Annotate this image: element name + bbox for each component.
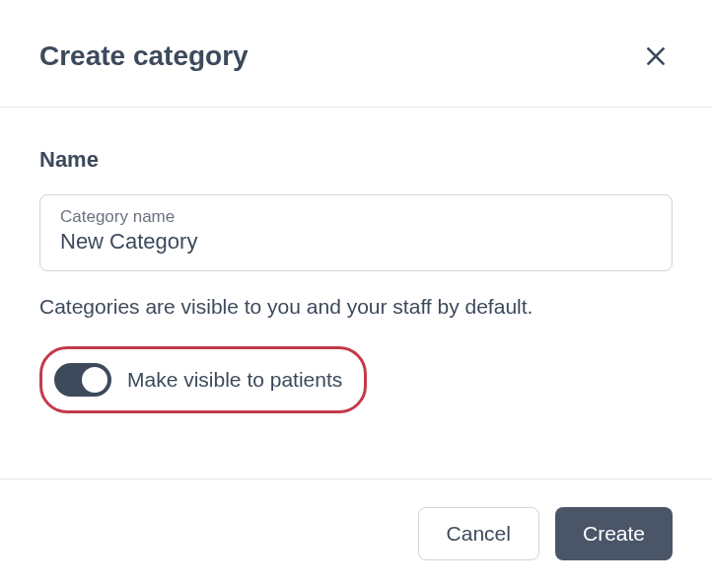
modal-footer: Cancel Create xyxy=(0,478,712,588)
visibility-helper-text: Categories are visible to you and your s… xyxy=(39,295,673,319)
visibility-toggle[interactable] xyxy=(54,363,111,397)
visibility-toggle-label: Make visible to patients xyxy=(127,368,342,392)
close-button[interactable] xyxy=(639,39,673,73)
cancel-button[interactable]: Cancel xyxy=(418,507,539,560)
visibility-toggle-row: Make visible to patients xyxy=(39,346,367,413)
modal-header: Create category xyxy=(0,0,712,108)
toggle-knob xyxy=(82,367,107,393)
category-name-input[interactable] xyxy=(60,229,652,255)
modal-title: Create category xyxy=(39,40,249,72)
name-floating-label: Category name xyxy=(60,207,652,227)
name-field-label: Name xyxy=(39,147,673,173)
modal-body: Name Category name Categories are visibl… xyxy=(0,108,712,453)
close-icon xyxy=(643,43,669,69)
create-button[interactable]: Create xyxy=(555,507,673,560)
name-input-wrapper[interactable]: Category name xyxy=(39,194,673,271)
